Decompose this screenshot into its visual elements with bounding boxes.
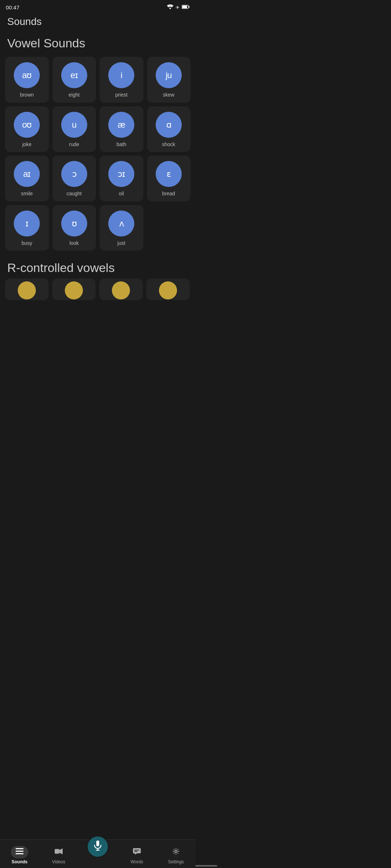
sound-circle-look: ʊ: [61, 210, 87, 237]
r-circle-1: [18, 281, 36, 299]
sound-label-shock: shock: [162, 141, 175, 147]
sound-symbol-brown: aʊ: [22, 71, 31, 80]
sound-circle-rude: u: [61, 112, 87, 138]
sound-card-just[interactable]: ʌ just: [100, 205, 143, 251]
sound-symbol-oil: ɔɪ: [118, 170, 125, 178]
battery-icon: [182, 5, 190, 10]
sound-card-oil[interactable]: ɔɪ oil: [100, 156, 143, 201]
vowel-sounds-section: Vowel Sounds aʊ brown eɪ eight i priest: [0, 33, 196, 254]
sound-symbol-smile: aɪ: [23, 170, 30, 178]
sound-circle-shock: ɑ: [156, 112, 182, 138]
sound-symbol-busy: ɪ: [25, 219, 28, 228]
sound-circle-smile: aɪ: [14, 161, 40, 187]
sound-circle-just: ʌ: [108, 210, 134, 237]
empty-slot: [147, 205, 191, 251]
vowel-grid-row2: oʊ joke u rude æ bath ɑ shock: [0, 106, 196, 156]
r-card-2[interactable]: [52, 278, 96, 300]
sound-card-joke[interactable]: oʊ joke: [5, 106, 49, 152]
sound-symbol-priest: i: [121, 71, 122, 80]
svg-rect-1: [189, 6, 190, 7]
r-circle-2: [65, 281, 83, 299]
sound-card-smile[interactable]: aɪ smile: [5, 156, 49, 201]
sound-label-bread: bread: [162, 191, 175, 196]
sound-circle-oil: ɔɪ: [108, 161, 134, 187]
sound-circle-bread: ɛ: [156, 161, 182, 187]
r-circle-4: [159, 281, 177, 299]
sound-symbol-skew: ju: [165, 71, 172, 80]
sound-circle-brown: aʊ: [14, 62, 40, 88]
sound-label-caught: caught: [67, 191, 82, 196]
sound-card-bread[interactable]: ɛ bread: [147, 156, 191, 201]
sound-circle-eight: eɪ: [61, 62, 87, 88]
sound-circle-joke: oʊ: [14, 112, 40, 138]
sound-label-busy: busy: [21, 240, 32, 246]
r-circle-3: [112, 281, 130, 299]
sound-symbol-joke: oʊ: [22, 120, 31, 129]
sound-card-priest[interactable]: i priest: [100, 57, 143, 103]
sound-card-skew[interactable]: ju skew: [147, 57, 191, 103]
sound-circle-caught: ɔ: [61, 161, 87, 187]
vowel-grid-row3: aɪ smile ɔ caught ɔɪ oil ɛ bread: [0, 156, 196, 205]
vowel-sounds-title: Vowel Sounds: [0, 33, 196, 57]
sound-circle-skew: ju: [156, 62, 182, 88]
sound-card-bath[interactable]: æ bath: [100, 106, 143, 152]
sound-card-rude[interactable]: u rude: [52, 106, 96, 152]
sound-symbol-bath: æ: [118, 120, 125, 129]
sound-circle-bath: æ: [108, 112, 134, 138]
wifi-icon: [167, 4, 173, 10]
sound-circle-priest: i: [108, 62, 134, 88]
sound-label-smile: smile: [21, 191, 33, 196]
r-vowels-preview: [0, 278, 196, 305]
vowel-grid-row1: aʊ brown eɪ eight i priest ju ske: [0, 57, 196, 106]
sound-label-just: just: [117, 240, 125, 246]
sound-symbol-just: ʌ: [119, 219, 124, 228]
sound-label-joke: joke: [22, 141, 31, 147]
r-card-1[interactable]: [5, 278, 49, 300]
sound-card-brown[interactable]: aʊ brown: [5, 57, 49, 103]
r-card-3[interactable]: [99, 278, 143, 300]
sound-symbol-eight: eɪ: [71, 71, 78, 80]
vowel-grid-row4: ɪ busy ʊ look ʌ just: [0, 205, 196, 255]
sound-circle-busy: ɪ: [14, 210, 40, 237]
sound-symbol-look: ʊ: [72, 219, 77, 228]
sound-symbol-caught: ɔ: [72, 170, 76, 178]
sound-label-oil: oil: [119, 191, 124, 196]
status-icons: ✈: [167, 4, 190, 10]
sound-label-rude: rude: [69, 141, 79, 147]
sound-symbol-shock: ɑ: [166, 120, 171, 129]
sound-card-busy[interactable]: ɪ busy: [5, 205, 49, 251]
svg-rect-2: [182, 5, 187, 8]
airplane-icon: ✈: [176, 5, 180, 10]
sound-label-skew: skew: [163, 92, 175, 98]
sound-card-caught[interactable]: ɔ caught: [52, 156, 96, 201]
sound-card-shock[interactable]: ɑ shock: [147, 106, 191, 152]
sound-label-bath: bath: [117, 141, 126, 147]
sound-label-priest: priest: [115, 92, 127, 98]
sound-label-look: look: [70, 240, 79, 246]
sound-card-eight[interactable]: eɪ eight: [52, 57, 96, 103]
status-time: 00:47: [6, 4, 20, 10]
sound-card-look[interactable]: ʊ look: [52, 205, 96, 251]
r-controlled-title: R-controlled vowels: [0, 254, 196, 278]
r-card-4[interactable]: [146, 278, 190, 300]
r-controlled-section: R-controlled vowels: [0, 254, 196, 305]
page-title: Sounds: [0, 13, 196, 33]
sound-symbol-bread: ɛ: [167, 170, 171, 178]
sound-label-eight: eight: [69, 92, 80, 98]
sound-label-brown: brown: [20, 92, 34, 98]
sound-symbol-rude: u: [72, 120, 76, 129]
status-bar: 00:47 ✈: [0, 0, 196, 13]
